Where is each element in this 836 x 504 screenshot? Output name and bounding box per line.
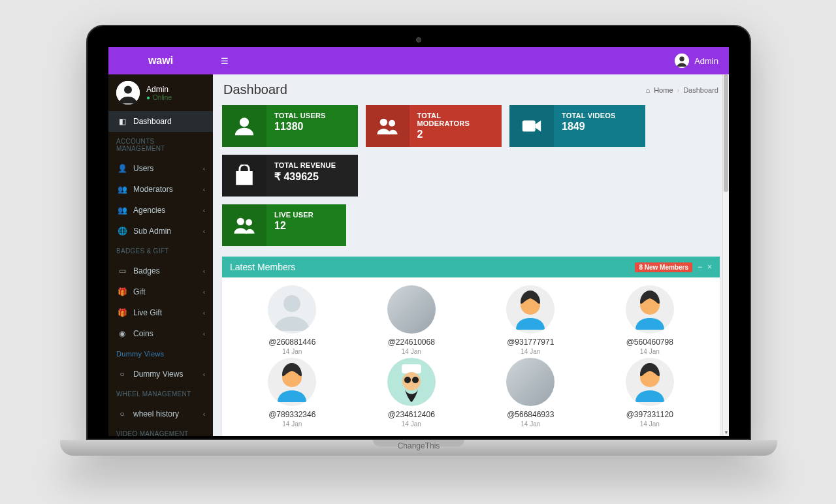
topbar-user-name[interactable]: Admin	[694, 56, 718, 66]
chevron-left-icon: ‹	[203, 186, 205, 193]
stat-total-moderators[interactable]: TOTAL MODERATORS 2	[366, 105, 502, 147]
sidebar-user-panel: Admin Online	[108, 74, 213, 111]
stat-label: TOTAL REVENUE	[274, 161, 336, 169]
scrollbar-thumb[interactable]	[724, 74, 728, 192]
sidebar: Admin Online ◧ Dashboard ACCOUNTS MANAGE…	[108, 74, 213, 436]
member-card[interactable]: @56046079814 Jan	[593, 285, 707, 355]
svg-point-5	[380, 119, 387, 126]
sidebar-header-dummy: Dummy Views	[108, 344, 213, 364]
stat-total-revenue[interactable]: TOTAL REVENUE ₹ 439625	[222, 155, 358, 197]
users-icon	[366, 105, 410, 147]
sidebar-item-label: Agencies	[133, 206, 165, 215]
svg-point-9	[246, 219, 252, 226]
svg-rect-7	[522, 121, 536, 132]
dashboard-icon: ◧	[116, 117, 128, 126]
svg-point-11	[283, 295, 300, 312]
avatar-icon	[116, 81, 140, 104]
chevron-left-icon: ‹	[203, 411, 205, 418]
chevron-left-icon: ‹	[203, 289, 205, 296]
sidebar-item-users[interactable]: 👤 Users ‹	[108, 158, 213, 179]
brand-logo[interactable]: wawi	[108, 55, 213, 67]
breadcrumb-current: Dashboard	[683, 86, 718, 94]
sidebar-header-badges-gift: BADGES & GIFT	[108, 242, 213, 260]
member-card[interactable]: @78933234614 Jan	[235, 358, 349, 428]
stat-label: TOTAL VIDEOS	[562, 112, 615, 119]
latest-members-header: Latest Members 8 New Members − ×	[222, 257, 720, 277]
svg-point-21	[404, 377, 411, 383]
sidebar-item-dashboard[interactable]: ◧ Dashboard	[108, 111, 213, 132]
sidebar-item-label: wheel history	[133, 409, 179, 418]
chevron-left-icon: ‹	[203, 268, 205, 275]
gift-icon: 🎁	[116, 308, 128, 317]
close-button[interactable]: ×	[707, 262, 712, 272]
member-avatar	[387, 285, 436, 334]
collapse-button[interactable]: −	[698, 262, 702, 272]
home-icon: ⌂	[646, 86, 651, 94]
sidebar-item-moderators[interactable]: 👥 Moderators ‹	[108, 179, 213, 200]
sidebar-item-agencies[interactable]: 👥 Agencies ‹	[108, 200, 213, 221]
member-date: 14 Jan	[593, 348, 707, 355]
member-date: 14 Jan	[474, 420, 588, 428]
svg-point-6	[389, 120, 395, 127]
sidebar-item-gift[interactable]: 🎁 Gift ‹	[108, 281, 213, 302]
member-card[interactable]: @39733112014 Jan	[593, 358, 707, 428]
menu-icon: ☰	[221, 56, 229, 66]
stats-row-1: TOTAL USERS 11380 TOTAL MODERATORS 2	[213, 101, 729, 200]
badge-icon: ▭	[116, 266, 128, 276]
globe-icon: 🌐	[116, 227, 128, 236]
member-date: 14 Jan	[593, 420, 707, 428]
member-handle: @397331120	[593, 410, 707, 419]
avatar-icon[interactable]	[675, 54, 689, 68]
breadcrumb-separator: ›	[677, 86, 680, 94]
svg-point-8	[237, 218, 244, 225]
breadcrumb-home[interactable]: Home	[654, 86, 673, 94]
stat-live-user[interactable]: LIVE USER 12	[222, 204, 346, 246]
user-icon: 👤	[116, 164, 128, 173]
laptop-frame: wawi ☰ Admin Admin Onli	[86, 25, 751, 440]
box-title: Latest Members	[230, 262, 295, 272]
scrollbar[interactable]: ▲ ▼	[722, 74, 729, 436]
stat-total-users[interactable]: TOTAL USERS 11380	[222, 105, 358, 147]
breadcrumb: ⌂ Home › Dashboard	[646, 86, 719, 94]
new-members-badge: 8 New Members	[635, 262, 692, 272]
sidebar-item-sub-admin[interactable]: 🌐 Sub Admin ‹	[108, 221, 213, 242]
svg-point-22	[412, 377, 419, 383]
video-icon	[509, 105, 554, 147]
app-screen: wawi ☰ Admin Admin Onli	[108, 47, 729, 436]
member-card[interactable]: @56684693314 Jan	[474, 358, 588, 428]
member-card[interactable]: @23461240614 Jan	[355, 358, 469, 428]
sidebar-item-label: Live Gift	[133, 308, 162, 317]
sidebar-item-coins[interactable]: ◉ Coins ‹	[108, 323, 213, 344]
sidebar-item-live-gift[interactable]: 🎁 Live Gift ‹	[108, 302, 213, 323]
topbar: wawi ☰ Admin	[108, 47, 729, 74]
chevron-left-icon: ‹	[203, 228, 205, 235]
sidebar-item-dummy-views[interactable]: ○ Dummy Views ‹	[108, 364, 213, 385]
sidebar-item-badges[interactable]: ▭ Badges ‹	[108, 260, 213, 281]
scroll-down-icon[interactable]: ▼	[723, 430, 729, 436]
svg-point-4	[240, 118, 249, 127]
laptop-base-label: ChangeThis	[398, 441, 440, 450]
sidebar-item-label: Moderators	[133, 185, 173, 194]
latest-members-box: Latest Members 8 New Members − × @260881…	[222, 257, 720, 436]
member-handle: @566846933	[474, 410, 588, 419]
stat-label: TOTAL MODERATORS	[417, 112, 494, 127]
member-card[interactable]: @22461006814 Jan	[355, 285, 469, 355]
bag-icon	[222, 155, 266, 197]
sidebar-item-label: Dashboard	[133, 117, 172, 126]
member-date: 14 Jan	[355, 420, 469, 428]
stat-total-videos[interactable]: TOTAL VIDEOS 1849	[509, 105, 645, 147]
stats-row-2: LIVE USER 12	[213, 200, 729, 250]
member-avatar	[268, 358, 316, 406]
users-icon	[222, 204, 266, 246]
sidebar-header-video: VIDEO MANAGEMENT	[108, 424, 213, 436]
stat-label: LIVE USER	[274, 211, 314, 219]
circle-icon: ○	[116, 370, 128, 379]
member-date: 14 Jan	[235, 348, 349, 355]
sidebar-item-wheel-history[interactable]: ○ wheel history ‹	[108, 403, 213, 424]
member-card[interactable]: @26088144614 Jan	[235, 285, 349, 355]
member-card[interactable]: @93177797114 Jan	[474, 285, 588, 355]
sidebar-user-status: Online	[146, 94, 172, 101]
users-icon: 👥	[116, 206, 128, 215]
sidebar-toggle[interactable]: ☰	[213, 56, 236, 66]
member-handle: @224610068	[355, 338, 469, 347]
